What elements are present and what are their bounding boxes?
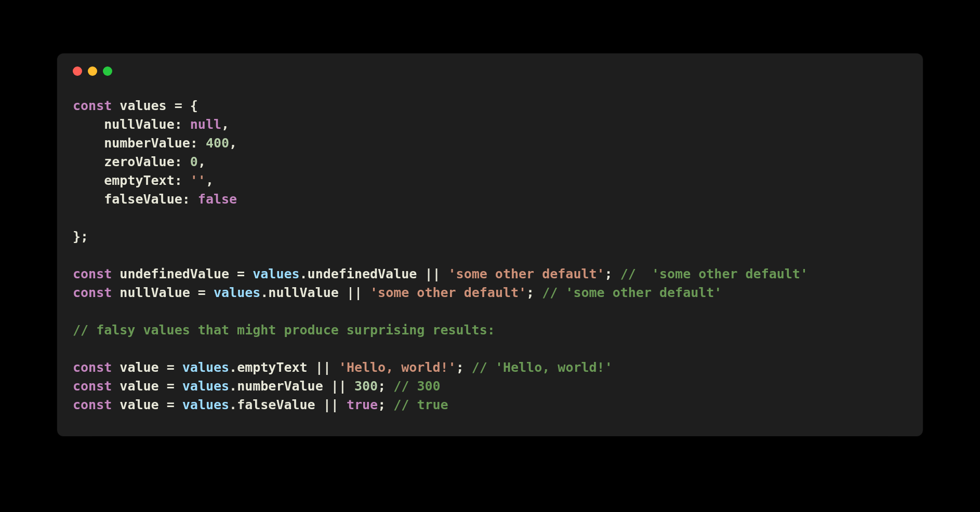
semicolon: ;: [456, 360, 464, 375]
operator-or: ||: [315, 360, 331, 375]
identifier-undefinedValue: undefinedValue: [120, 266, 229, 281]
comma: ,: [221, 117, 229, 132]
keyword-null: null: [190, 117, 221, 132]
code-window: const values = { nullValue: null, number…: [57, 53, 923, 436]
string-default: 'some other default': [448, 266, 605, 281]
prop-falseValue: falseValue: [104, 192, 182, 207]
identifier-values: values: [120, 98, 166, 113]
operator-equals: =: [167, 360, 175, 375]
colon: :: [182, 192, 190, 207]
operator-equals: =: [237, 266, 245, 281]
dot: .: [229, 379, 237, 394]
comment-hello: // 'Hello, world!': [472, 360, 613, 375]
operator-equals: =: [175, 98, 182, 113]
prop-falseValue: falseValue: [237, 397, 315, 412]
keyword-false: false: [198, 192, 237, 207]
comment-true: // true: [393, 397, 448, 412]
operator-equals: =: [167, 397, 175, 412]
keyword-const: const: [73, 285, 112, 300]
semicolon: ;: [378, 397, 386, 412]
keyword-const: const: [73, 397, 112, 412]
code-block: const values = { nullValue: null, number…: [73, 97, 907, 414]
operator-or: ||: [425, 266, 440, 281]
keyword-const: const: [73, 266, 112, 281]
prop-zeroValue: zeroValue: [104, 154, 174, 169]
comment-null: // 'some other default': [542, 285, 722, 300]
string-default: 'some other default': [370, 285, 526, 300]
comma: ,: [198, 154, 206, 169]
prop-emptyText: emptyText: [104, 173, 174, 188]
comma: ,: [206, 173, 214, 188]
colon: :: [175, 154, 182, 169]
identifier-nullValue: nullValue: [120, 285, 190, 300]
dot: .: [260, 285, 268, 300]
semicolon: ;: [526, 285, 534, 300]
prop-nullValue: nullValue: [268, 285, 338, 300]
var-values: values: [253, 266, 299, 281]
number-400: 400: [206, 136, 229, 151]
prop-undefinedValue: undefinedValue: [308, 266, 417, 281]
minimize-icon[interactable]: [88, 66, 97, 76]
keyword-const: const: [73, 360, 112, 375]
colon: :: [190, 136, 198, 151]
window-controls: [73, 66, 907, 76]
prop-emptyText: emptyText: [237, 360, 307, 375]
operator-or: ||: [323, 397, 339, 412]
string-empty: '': [190, 173, 206, 188]
brace-open: {: [190, 98, 198, 113]
colon: :: [175, 117, 182, 132]
var-values: values: [214, 285, 260, 300]
comma: ,: [229, 136, 237, 151]
dot: .: [229, 397, 237, 412]
identifier-value: value: [120, 360, 158, 375]
keyword-true: true: [347, 397, 378, 412]
operator-equals: =: [198, 285, 206, 300]
string-hello: 'Hello, world!': [339, 360, 456, 375]
operator-or: ||: [347, 285, 362, 300]
operator-or: ||: [331, 379, 347, 394]
semicolon: ;: [378, 379, 386, 394]
prop-numberValue: numberValue: [104, 136, 190, 151]
comment-falsy: // falsy values that might produce surpr…: [73, 322, 495, 338]
semicolon: ;: [81, 229, 88, 244]
number-300: 300: [354, 379, 378, 394]
colon: :: [175, 173, 182, 188]
identifier-value: value: [120, 397, 158, 412]
operator-equals: =: [167, 379, 175, 394]
dot: .: [229, 360, 237, 375]
brace-close: }: [73, 229, 81, 244]
var-values: values: [182, 379, 229, 394]
dot: .: [300, 266, 308, 281]
number-0: 0: [190, 154, 198, 169]
close-icon[interactable]: [73, 66, 82, 76]
identifier-value: value: [120, 379, 158, 394]
prop-numberValue: numberValue: [237, 379, 323, 394]
zoom-icon[interactable]: [103, 66, 112, 76]
keyword-const: const: [73, 98, 112, 113]
semicolon: ;: [605, 266, 613, 281]
var-values: values: [182, 397, 229, 412]
keyword-const: const: [73, 379, 112, 394]
comment-undefined: // 'some other default': [620, 266, 808, 281]
prop-nullValue: nullValue: [104, 117, 174, 132]
comment-300: // 300: [393, 379, 440, 394]
var-values: values: [182, 360, 229, 375]
